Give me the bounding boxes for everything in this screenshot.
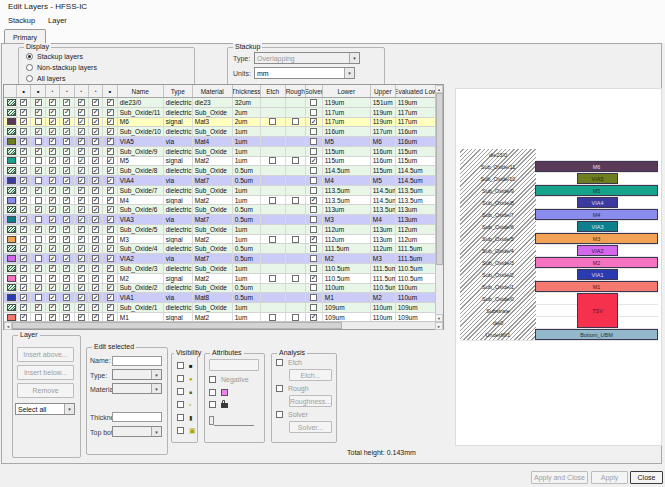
radio-non-stackup-layers[interactable]: Non-stackup layers <box>26 64 97 71</box>
color-attr-checkbox[interactable] <box>209 389 216 396</box>
visibility-checkbox[interactable]: ✓ <box>49 216 56 223</box>
visibility-column-header[interactable]: ● <box>46 85 60 97</box>
negative-checkbox-row[interactable]: Negative <box>209 376 249 383</box>
solver-checkbox[interactable] <box>310 294 317 301</box>
visibility-item[interactable]: ● <box>177 375 193 382</box>
visibility-checkbox[interactable]: ✓ <box>49 206 56 213</box>
solver-checkbox[interactable] <box>310 216 317 223</box>
solver-checkbox[interactable]: ✓ <box>310 118 317 125</box>
visibility-checkbox[interactable]: ✓ <box>92 128 99 135</box>
visibility-checkbox[interactable]: ✓ <box>92 118 99 125</box>
visibility-checkbox[interactable]: ✓ <box>63 226 70 233</box>
visibility-checkbox[interactable]: ✓ <box>49 128 56 135</box>
visibility-checkbox[interactable]: ✓ <box>63 197 70 204</box>
rough-checkbox[interactable] <box>292 236 299 243</box>
visibility-checkbox[interactable]: ✓ <box>20 314 27 321</box>
visibility-checkbox[interactable]: ✓ <box>49 197 56 204</box>
visibility-checkbox[interactable]: ✓ <box>20 275 27 282</box>
transparency-slider-track[interactable] <box>214 416 254 426</box>
etch-checkbox[interactable] <box>269 197 276 204</box>
visibility-checkbox[interactable]: ✓ <box>78 265 85 272</box>
material-select[interactable]: ▾ <box>112 383 162 394</box>
visibility-column-header[interactable]: ● <box>60 85 74 97</box>
units-select[interactable]: mm ▾ <box>254 67 355 79</box>
table-row[interactable]: ✓✓✓✓✓✓✓Sub_Oxide/2dielectricSub_Oxide0.5… <box>4 284 435 294</box>
visibility-checkbox[interactable]: ✓ <box>107 157 114 164</box>
rough-checkbox[interactable] <box>292 275 299 282</box>
scroll-up-icon[interactable]: ▲ <box>435 85 443 93</box>
visibility-checkbox[interactable]: ✓ <box>20 265 27 272</box>
etch-checkbox[interactable] <box>276 359 283 366</box>
solver-checkbox[interactable] <box>310 206 317 213</box>
visibility-checkbox[interactable]: ✓ <box>20 99 27 106</box>
visibility-checkbox[interactable]: ✓ <box>63 99 70 106</box>
visibility-checkbox[interactable]: ✓ <box>92 314 99 321</box>
visibility-checkbox[interactable]: ✓ <box>20 128 27 135</box>
visibility-checkbox[interactable]: ✓ <box>35 284 42 291</box>
solver-checkbox[interactable] <box>310 255 317 262</box>
visibility-checkbox[interactable]: ✓ <box>63 177 70 184</box>
visibility-checkbox[interactable]: ✓ <box>63 109 70 116</box>
visibility-checkbox[interactable]: ✓ <box>63 245 70 252</box>
visibility-checkbox[interactable]: ✓ <box>35 265 42 272</box>
etch-checkbox[interactable] <box>269 236 276 243</box>
visibility-checkbox[interactable]: ✓ <box>20 216 27 223</box>
type-select[interactable]: ▾ <box>112 369 162 380</box>
visibility-checkbox[interactable]: ✓ <box>107 167 114 174</box>
visibility-checkbox[interactable]: ✓ <box>49 236 56 243</box>
table-row[interactable]: ✓✓✓✓✓✓M2signalMat21um✓110.5um111.5um110.… <box>4 274 435 284</box>
visibility-checkbox[interactable]: ✓ <box>78 148 85 155</box>
visibility-item-checkbox[interactable] <box>177 427 184 434</box>
visibility-checkbox[interactable]: ✓ <box>92 167 99 174</box>
table-row[interactable]: ✓✓✓✓✓✓✓Sub_Oxide/7dielectricSub_Oxide1um… <box>4 186 435 196</box>
visibility-checkbox[interactable]: ✓ <box>20 157 27 164</box>
visibility-checkbox[interactable]: ✓ <box>63 206 70 213</box>
visibility-checkbox[interactable]: ✓ <box>107 197 114 204</box>
visibility-checkbox[interactable]: ✓ <box>78 157 85 164</box>
visibility-checkbox[interactable]: ✓ <box>49 138 56 145</box>
table-row[interactable]: ✓✓✓✓✓✓✓Sub_Oxide/6dielectricSub_Oxide0.5… <box>4 205 435 215</box>
visibility-checkbox[interactable]: ✓ <box>78 294 85 301</box>
visibility-checkbox[interactable]: ✓ <box>107 265 114 272</box>
visibility-checkbox[interactable]: ✓ <box>49 118 56 125</box>
visibility-item-checkbox[interactable] <box>177 414 184 421</box>
visibility-checkbox[interactable]: ✓ <box>63 294 70 301</box>
solver-button[interactable]: Solver... <box>289 421 332 433</box>
etch-checkbox[interactable] <box>269 118 276 125</box>
solver-checkbox[interactable] <box>310 245 317 252</box>
table-row[interactable]: ✓✓✓✓✓✓✓Sub_Oxide/1dielectricSub_Oxide1um… <box>4 303 435 313</box>
visibility-item-checkbox[interactable] <box>177 362 184 369</box>
table-row[interactable]: ✓✓✓✓✓✓M4signalMat21um✓113.5um114.5um113.… <box>4 196 435 206</box>
visibility-checkbox[interactable]: ✓ <box>78 314 85 321</box>
visibility-checkbox[interactable] <box>35 197 42 204</box>
visibility-checkbox[interactable] <box>35 294 42 301</box>
visibility-checkbox[interactable]: ✓ <box>63 236 70 243</box>
rough-checkbox[interactable] <box>292 314 299 321</box>
column-header-thickness[interactable]: Thickness <box>233 85 261 97</box>
visibility-checkbox[interactable]: ✓ <box>49 109 56 116</box>
solver-checkbox-row[interactable]: Solver <box>276 411 308 418</box>
vertical-scrollbar[interactable]: ▲ ▼ <box>435 85 443 322</box>
visibility-checkbox[interactable]: ✓ <box>78 216 85 223</box>
visibility-checkbox[interactable]: ✓ <box>92 109 99 116</box>
table-row[interactable]: ✓✓✓✓✓✓VIA3viaMat70.5umM3M4113um <box>4 215 435 225</box>
visibility-checkbox[interactable]: ✓ <box>92 197 99 204</box>
solver-checkbox[interactable] <box>310 109 317 116</box>
visibility-checkbox[interactable]: ✓ <box>92 157 99 164</box>
visibility-checkbox[interactable]: ✓ <box>92 245 99 252</box>
visibility-checkbox[interactable]: ✓ <box>35 187 42 194</box>
visibility-checkbox[interactable]: ✓ <box>49 157 56 164</box>
visibility-checkbox[interactable]: ✓ <box>92 206 99 213</box>
horizontal-scrollbar-thumb[interactable] <box>12 322 342 329</box>
solver-checkbox[interactable] <box>310 304 317 311</box>
visibility-column-header[interactable]: ● <box>89 85 103 97</box>
visibility-checkbox[interactable]: ✓ <box>107 255 114 262</box>
visibility-checkbox[interactable]: ✓ <box>49 99 56 106</box>
visibility-column-header[interactable]: ■ <box>17 85 31 97</box>
table-row[interactable]: ✓✓✓✓✓✓✓Sub_Oxide/8dielectricSub_Oxide0.5… <box>4 166 435 176</box>
solver-checkbox[interactable] <box>310 177 317 184</box>
visibility-checkbox[interactable]: ✓ <box>78 245 85 252</box>
visibility-checkbox[interactable]: ✓ <box>92 304 99 311</box>
etch-checkbox[interactable] <box>269 314 276 321</box>
visibility-checkbox[interactable]: ✓ <box>49 265 56 272</box>
